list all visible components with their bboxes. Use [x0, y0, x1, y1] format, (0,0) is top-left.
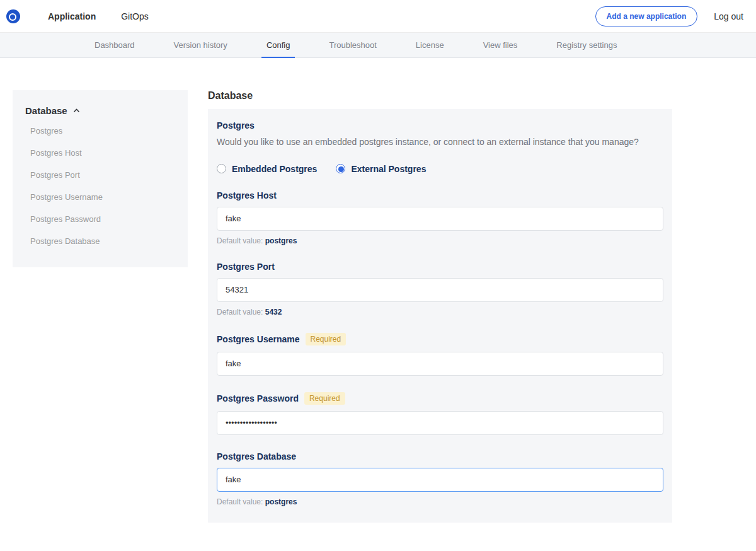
sidebar-group-database[interactable]: Database — [25, 105, 188, 116]
subtab-version-history[interactable]: Version history — [173, 33, 229, 57]
postgres-username-input[interactable] — [217, 352, 663, 376]
sidebar-item-postgres-port[interactable]: Postgres Port — [30, 164, 188, 186]
postgres-host-input[interactable] — [217, 207, 663, 231]
app-level-tabs: Application GitOps — [47, 9, 150, 24]
group-help-text: Would you like to use an embedded postgr… — [217, 136, 663, 149]
postgres-password-input[interactable] — [217, 411, 663, 435]
chevron-up-icon — [73, 107, 80, 114]
default-value-line: Default value: postgres — [217, 497, 663, 506]
field-postgres-port: Postgres Port Default value: 5432 — [217, 262, 663, 316]
add-application-button[interactable]: Add a new application — [595, 6, 698, 26]
default-value-line: Default value: postgres — [217, 236, 663, 245]
subtab-license[interactable]: License — [415, 33, 445, 57]
tab-gitops[interactable]: GitOps — [120, 9, 150, 24]
subtab-troubleshoot[interactable]: Troubleshoot — [328, 33, 377, 57]
required-badge: Required — [306, 333, 346, 345]
radio-unselected-icon — [217, 164, 226, 173]
default-value-text: 5432 — [265, 308, 282, 316]
config-sidebar: Database Postgres Postgres Host Postgres… — [13, 90, 188, 267]
config-group-box: Postgres Would you like to use an embedd… — [208, 109, 672, 523]
subtab-dashboard[interactable]: Dashboard — [93, 33, 136, 57]
required-badge: Required — [304, 392, 345, 405]
group-label-postgres: Postgres — [217, 120, 663, 130]
field-postgres-database: Postgres Database Default value: postgre… — [217, 451, 663, 506]
default-value-text: postgres — [265, 236, 297, 245]
sidebar-item-postgres-password[interactable]: Postgres Password — [30, 208, 188, 230]
field-label: Postgres Username — [217, 334, 300, 344]
top-bar: Application GitOps Add a new application… — [0, 0, 756, 33]
postgres-mode-radio-group: Embedded Postgres External Postgres — [217, 164, 663, 174]
sidebar-item-postgres-host[interactable]: Postgres Host — [30, 142, 188, 164]
sidebar-item-postgres-username[interactable]: Postgres Username — [30, 186, 188, 208]
tab-application[interactable]: Application — [47, 9, 97, 24]
main-area: Database Postgres Postgres Host Postgres… — [0, 58, 756, 551]
radio-selected-icon — [336, 164, 345, 173]
sidebar-group-label: Database — [25, 105, 67, 116]
default-value-line: Default value: 5432 — [217, 308, 663, 316]
field-label: Postgres Host — [217, 190, 277, 200]
radio-embedded-label: Embedded Postgres — [232, 164, 317, 174]
postgres-database-input[interactable] — [217, 468, 663, 492]
subtab-registry-settings[interactable]: Registry settings — [555, 33, 618, 57]
field-postgres-password: Postgres Password Required — [217, 392, 663, 435]
radio-embedded-postgres[interactable]: Embedded Postgres — [217, 164, 317, 174]
radio-external-label: External Postgres — [351, 164, 426, 174]
replicated-logo-icon — [6, 9, 20, 23]
postgres-port-input[interactable] — [217, 278, 663, 302]
logout-link[interactable]: Log out — [714, 11, 743, 21]
subtab-config[interactable]: Config — [265, 33, 292, 57]
field-postgres-host: Postgres Host Default value: postgres — [217, 190, 663, 245]
sidebar-item-list: Postgres Postgres Host Postgres Port Pos… — [13, 120, 188, 252]
config-content: Database Postgres Would you like to use … — [208, 90, 672, 551]
sidebar-item-postgres-database[interactable]: Postgres Database — [30, 230, 188, 252]
field-label: Postgres Password — [217, 393, 299, 403]
field-label: Postgres Database — [217, 451, 296, 461]
field-label: Postgres Port — [217, 262, 275, 272]
radio-external-postgres[interactable]: External Postgres — [336, 164, 426, 174]
default-value-text: postgres — [265, 497, 297, 506]
console-subnav: Dashboard Version history Config Trouble… — [0, 33, 756, 58]
sidebar-item-postgres[interactable]: Postgres — [30, 120, 188, 142]
field-postgres-username: Postgres Username Required — [217, 333, 663, 376]
page-title: Database — [208, 90, 672, 102]
subtab-view-files[interactable]: View files — [482, 33, 519, 57]
